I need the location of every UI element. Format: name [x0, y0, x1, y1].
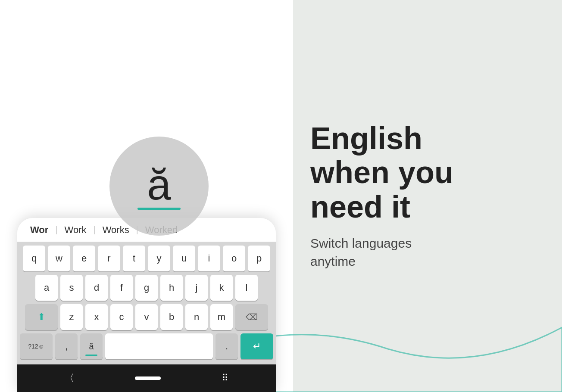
right-panel: Englishwhen youneed it Switch languagesa… [293, 0, 562, 392]
key-l[interactable]: l [235, 275, 258, 301]
key-z[interactable]: z [60, 304, 83, 330]
backspace-icon: ⌫ [246, 312, 258, 322]
suggestion-wor[interactable]: Wor [24, 224, 54, 236]
left-panel: Wor | Work | Works | Worked q w e r t y … [0, 0, 293, 392]
key-c[interactable]: c [110, 304, 133, 330]
subtext: Switch languagesanytime [310, 234, 536, 271]
key-r[interactable]: r [98, 246, 120, 271]
key-y[interactable]: y [148, 246, 170, 271]
key-q[interactable]: q [23, 246, 45, 271]
key-b[interactable]: b [160, 304, 183, 330]
key-space[interactable] [105, 333, 213, 359]
key-x[interactable]: x [85, 304, 108, 330]
key-shift[interactable]: ⬆ [25, 304, 58, 330]
key-popup: ă [109, 137, 209, 236]
shift-icon: ⬆ [37, 311, 45, 323]
divider-2: | [94, 225, 96, 235]
key-h[interactable]: h [160, 275, 183, 301]
key-enter[interactable]: ↵ [240, 333, 273, 359]
key-t[interactable]: t [123, 246, 145, 271]
nav-home-button[interactable] [135, 376, 161, 380]
key-i[interactable]: i [198, 246, 220, 271]
popup-char: ă [147, 163, 171, 206]
key-n[interactable]: n [185, 304, 208, 330]
headline: Englishwhen youneed it [310, 121, 536, 224]
key-d[interactable]: d [85, 275, 108, 301]
key-row-2: a s d f g h j k l [20, 275, 273, 301]
key-v[interactable]: v [135, 304, 158, 330]
enter-icon: ↵ [253, 341, 261, 352]
key-j[interactable]: j [185, 275, 208, 301]
key-row-3: ⬆ z x c v b n m ⌫ [20, 304, 273, 330]
key-f[interactable]: f [110, 275, 133, 301]
key-e[interactable]: e [73, 246, 95, 271]
key-s[interactable]: s [60, 275, 83, 301]
key-o[interactable]: o [223, 246, 245, 271]
keyboard-area: q w e r t y u i o p a s d f g h j k [17, 242, 276, 364]
nav-bar: 〈 ⠿ [17, 364, 276, 392]
key-row-1: q w e r t y u i o p [20, 246, 273, 271]
key-abreve[interactable]: ă [80, 333, 103, 359]
key-k[interactable]: k [210, 275, 233, 301]
abreve-underline [85, 355, 97, 356]
phone-mockup: Wor | Work | Works | Worked q w e r t y … [17, 218, 276, 392]
key-u[interactable]: u [173, 246, 195, 271]
key-comma[interactable]: , [55, 333, 78, 359]
nav-apps-button[interactable]: ⠿ [222, 373, 228, 384]
popup-underline [137, 208, 181, 210]
key-num[interactable]: ?12☺ [20, 333, 53, 359]
key-a[interactable]: a [35, 275, 58, 301]
key-w[interactable]: w [48, 246, 70, 271]
key-g[interactable]: g [135, 275, 158, 301]
key-row-bottom: ?12☺ , ă . ↵ [20, 333, 273, 359]
divider-1: | [55, 225, 57, 235]
nav-back-button[interactable]: 〈 [65, 372, 74, 385]
key-p[interactable]: p [248, 246, 270, 271]
key-period[interactable]: . [215, 333, 238, 359]
key-m[interactable]: m [210, 304, 233, 330]
suggestion-work[interactable]: Work [59, 224, 93, 236]
key-delete[interactable]: ⌫ [235, 304, 268, 330]
